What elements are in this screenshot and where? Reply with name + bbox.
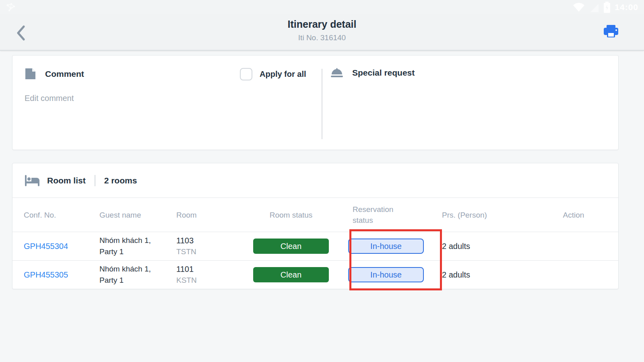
col-header-action: Action [533,198,614,232]
action-cell [533,232,614,260]
apply-for-all-label: Apply for all [260,70,306,79]
col-header-persons: Prs. (Person) [431,198,533,232]
print-button[interactable] [603,24,619,40]
action-cell [533,261,614,289]
status-bar: 14:00 [0,0,644,14]
comment-file-icon [25,68,36,80]
persons-cell: 2 adults [442,242,470,251]
room-status-button[interactable]: Clean [253,267,329,282]
room-number: 1101 [176,263,197,275]
conf-no-link[interactable]: GPH455304 [24,242,68,251]
page-title: Itinerary detail [0,19,644,30]
vertical-divider [322,69,322,139]
divider [95,175,95,186]
network-nodes-icon [6,2,16,12]
room-number-cell: 1101 KSTN [176,263,197,286]
apply-for-all-checkbox[interactable] [240,68,252,80]
cellular-no-signal-icon [589,2,599,12]
special-request-title: Special request [352,68,415,78]
table-row: GPH455305 Nhóm khách 1, Party 1 1101 KST… [12,260,618,289]
col-header-conf-no: Conf. No. [12,198,88,232]
room-list-title: Room list [47,176,86,185]
printer-icon [603,25,619,39]
room-list-card: Room list 2 rooms Conf. No. Guest name R… [12,163,619,289]
itinerary-number: Iti No. 316140 [0,33,644,42]
room-number-cell: 1103 TSTN [176,235,196,257]
header: Itinerary detail Iti No. 316140 [0,14,644,51]
room-type-code: KSTN [176,275,197,286]
bed-icon [25,175,40,187]
room-type-code: TSTN [176,246,196,257]
col-header-guest-name: Guest name [88,198,165,232]
guest-name: Nhóm khách 1, Party 1 [99,263,164,286]
wifi-icon [573,2,585,12]
col-header-reservation-status: Reservation status [341,198,431,232]
room-status-button[interactable]: Clean [253,239,329,254]
comment-input[interactable]: Edit comment [25,94,74,103]
reservation-status-button[interactable]: In-house [348,239,424,254]
reservation-status-button[interactable]: In-house [348,267,424,282]
conf-no-link[interactable]: GPH455305 [24,270,68,280]
clock-time: 14:00 [615,2,638,12]
comment-card: Comment Apply for all Edit comment Speci… [12,55,619,150]
room-count: 2 rooms [104,176,137,185]
table-header-row: Conf. No. Guest name Room Room status Re… [12,197,618,232]
room-number: 1103 [176,235,196,246]
cloche-icon [330,68,343,78]
col-header-room: Room [165,198,241,232]
battery-charging-icon [603,2,611,13]
col-header-room-status: Room status [241,198,341,232]
table-row: GPH455304 Nhóm khách 1, Party 1 1103 TST… [12,232,618,260]
persons-cell: 2 adults [442,270,470,280]
room-table: Conf. No. Guest name Room Room status Re… [12,197,618,289]
guest-name: Nhóm khách 1, Party 1 [99,235,164,257]
comment-title: Comment [45,69,84,79]
